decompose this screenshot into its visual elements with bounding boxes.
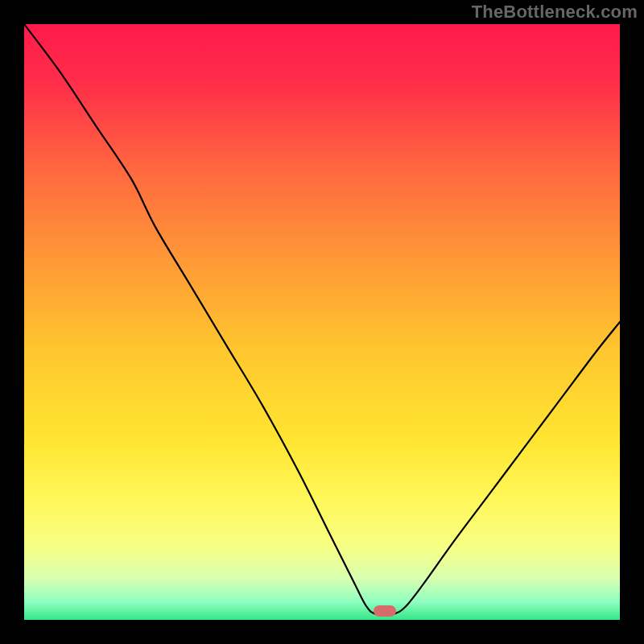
plot-area	[24, 24, 620, 620]
chart-frame: TheBottleneck.com	[0, 0, 644, 644]
watermark-label: TheBottleneck.com	[472, 2, 638, 23]
optimal-point-marker	[374, 605, 396, 617]
bottleneck-curve	[24, 24, 620, 620]
